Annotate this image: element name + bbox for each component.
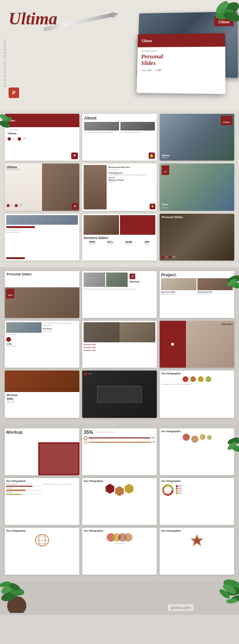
- slide-thumb-features: Management Alignment Lorem ipsum Getting…: [82, 164, 157, 210]
- slide-thumb-progress-inf: Our Infographic Google Title Here Title …: [5, 478, 79, 525]
- slide-thumb-about: About Lorem ipsum dolor sit amet consect…: [82, 114, 157, 161]
- section-2: Personal Slides 2019 🚀: [0, 267, 239, 425]
- slide-thumb-ultima-mountain: Ultima Ultima Title Here: [160, 114, 234, 161]
- slide-thumb-pct-infographic: 35% Lorem ipsum dolor sit amet 69% 9%: [82, 428, 157, 475]
- powerpoint-icon: P: [9, 87, 19, 98]
- slide-thumb-star-inf: Our Infographic: [160, 528, 234, 575]
- slide-thumb-data-layout: Lorem ipsum 12345 Lorem ipsum Lorem ipsu…: [5, 321, 79, 368]
- slide-thumb-text-layout: Lorem ipsum dolor sit amet consectetur: [5, 214, 79, 261]
- slide-thumb-orange-image: Mockup 35% 69%9%: [5, 371, 79, 417]
- slide-thumb-ultima-road: 🚀 Ultima Title Here: [160, 164, 234, 210]
- side-label: powerpoint template: [3, 38, 6, 87]
- plant-bottom-left: [0, 579, 38, 615]
- slide-thumb-mockup: Mockup: [5, 428, 79, 475]
- plant-left-1: [0, 110, 17, 136]
- slide-thumb-globe-inf: Our Infographic: [5, 528, 79, 575]
- slide-thumb-services-slides: Services Slides 4556 Title Here 087+ Tit…: [82, 214, 157, 261]
- plant-bottom-right: [201, 575, 239, 615]
- slide-thumb-red-person: Title Here: [160, 321, 234, 368]
- plant-right-3: [215, 434, 239, 465]
- slide-thumb-circles-overlap-inf: Our Infographic Lorem ipsum: [82, 528, 157, 575]
- watermark-text: gfxtra.com: [168, 604, 194, 611]
- slide-thumb-service-list: Services Title Services Title Services T…: [82, 321, 157, 368]
- slide-thumb-personal-dark: Personal Slides 10+ 88M: [160, 214, 234, 261]
- brand-title: Ultima: [9, 9, 57, 29]
- slide-thumb-hex-inf: Our Infographic: [82, 478, 157, 525]
- section-3: Mockup 35% Lorem ipsum dolor sit amet: [0, 425, 239, 582]
- slide-thumb-services-text: 🚀 Services Lorem ipsum dolor sit amet co…: [82, 271, 157, 318]
- section-1: Ultima Creative Slides Ultima 10+ 88M ⚑: [0, 110, 239, 267]
- plant-top-right: [196, 0, 239, 45]
- slide-thumb-personal-woman: Personal Slides 2019: [5, 271, 79, 318]
- bottom-section: gfxtra.com: [0, 581, 239, 615]
- slide-thumb-dark-laptop: 35%: [82, 371, 157, 417]
- slide-thumb-donut-inf: Our Infographic 30% 20% 25% 40%: [160, 478, 234, 525]
- plant-right-2: [213, 272, 239, 298]
- slide-thumb-infographic-circles: Our Infographic Lorem ipsum dolor sit am…: [160, 371, 234, 417]
- slide-thumb-ultima-woman: Ultima Creative Template 10+ 88M ⚑: [5, 164, 79, 210]
